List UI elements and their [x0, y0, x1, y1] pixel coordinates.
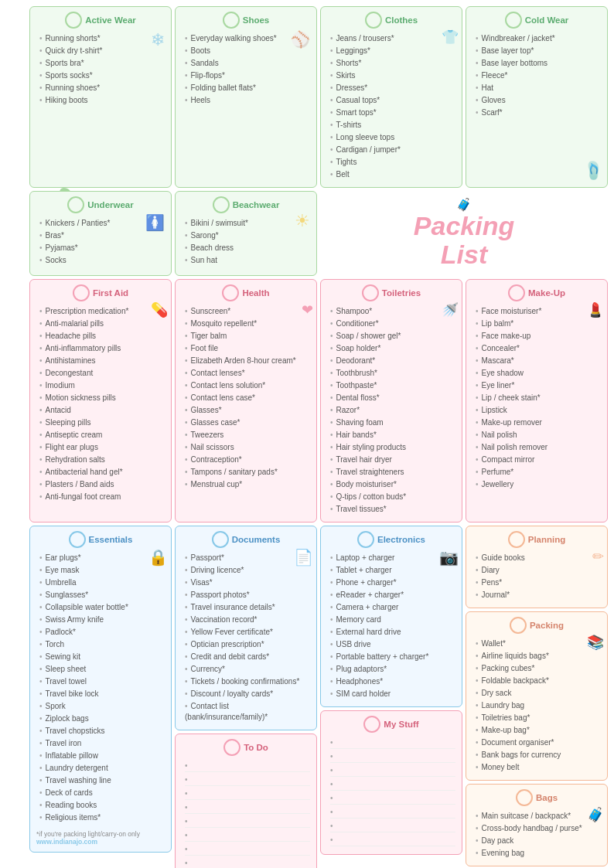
list-item: Currency*: [185, 663, 310, 676]
packing-list-title-block: 🧳 Packing List: [320, 191, 608, 276]
list-item: Religious items*: [39, 812, 165, 824]
list-item: Contraception*: [185, 454, 310, 466]
beachwear-card: Beachwear Bikini / swimsuit* Sarong* Bea…: [175, 191, 317, 276]
col-planning-packing-bags: Planning Guide books Diary Pens* Journal…: [466, 526, 608, 868]
camera-icon: 📷: [439, 548, 459, 567]
list-item: Body moisturiser*: [330, 478, 455, 491]
list-item: Plug adaptors*: [330, 663, 455, 676]
list-item: Lip balm*: [476, 318, 601, 330]
list-item: [330, 806, 455, 819]
list-item: Hair bands*: [330, 429, 455, 441]
list-item: Laptop + charger: [330, 552, 455, 564]
list-item: Airline liquids bags*: [476, 650, 601, 662]
list-item: Contact lenses*: [185, 367, 310, 380]
list-item: Antacid: [39, 404, 165, 417]
electronics-circle: [357, 531, 374, 548]
list-item: Bikini / swimsuit*: [185, 217, 310, 230]
col-documents: Documents Passport* Driving licence* Vis…: [175, 526, 317, 868]
to-do-card: To Do: [175, 734, 317, 868]
health-list: Sunscreen* Mosquito repellent* Tiger bal…: [182, 305, 310, 491]
list-item: Perfume*: [476, 466, 601, 478]
list-item: Document organiser*: [476, 737, 601, 749]
first-aid-title: First Aid: [93, 288, 128, 298]
list-item: Shorts*: [330, 57, 455, 70]
list-item: Sandals: [185, 57, 310, 70]
list-item: Tablet + charger: [330, 564, 455, 577]
list-item: Belt: [330, 168, 455, 181]
beachwear-title: Beachwear: [233, 200, 280, 209]
lipstick-icon: 💄: [587, 301, 604, 318]
list-item: Mascara*: [476, 355, 601, 367]
list-item: Soap / shower gel*: [330, 330, 455, 342]
list-item: Eye mask: [39, 564, 165, 577]
list-item: Sunglasses*: [39, 589, 165, 601]
list-item: Travel bike lock: [39, 688, 165, 700]
health-card: Health Sunscreen* Mosquito repellent* Ti…: [175, 279, 317, 523]
list-item: Soap holder*: [330, 342, 455, 355]
list-item: Antihistamines: [39, 355, 165, 367]
toiletries-circle: [362, 284, 379, 301]
list-item: Optician prescription*: [185, 638, 310, 651]
list-item: Compact mirror: [476, 454, 601, 466]
essentials-list: Ear plugs* Eye mask Umbrella Sunglasses*…: [36, 552, 165, 824]
list-item: Discount / loyalty cards*: [185, 688, 310, 700]
list-item: Visas*: [185, 577, 310, 589]
clothes-circle: [365, 12, 382, 29]
row-travel-kit: Essentials Ear plugs* Eye mask Umbrella …: [29, 526, 608, 868]
to-do-list: [182, 760, 310, 868]
list-item: Flight ear plugs: [39, 441, 165, 454]
makeup-list: Face moisturiser* Lip balm* Face make-up…: [472, 305, 601, 491]
active-wear-list: Running shorts* Quick dry t-shirt* Sport…: [36, 32, 165, 107]
bags-list: Main suitcase / backpack* Cross-body han…: [472, 810, 601, 859]
footer-note-text: *if you're packing light/carry-on only: [36, 830, 165, 838]
bags-card: Bags Main suitcase / backpack* Cross-bod…: [466, 784, 608, 866]
my-stuff-card: My Stuff: [320, 710, 462, 855]
first-aid-card: First Aid Prescription medication* Anti-…: [29, 279, 172, 523]
list-item: Wallet*: [476, 638, 601, 650]
list-item: Travel towel: [39, 676, 165, 688]
list-item: Glasses case*: [185, 417, 310, 429]
list-item: Journal*: [476, 589, 601, 601]
list-item: [330, 778, 455, 791]
list-item: Base layer top*: [476, 45, 601, 57]
list-item: [185, 843, 310, 856]
list-item: Eye liner*: [476, 380, 601, 392]
list-item: Travel straighteners: [330, 466, 455, 478]
to-do-title: To Do: [244, 743, 268, 752]
luggage-icon: 🧳: [587, 806, 604, 823]
pencil-icon: ✏: [592, 548, 604, 565]
list-item: Torch: [39, 638, 165, 651]
list-item: Portable battery + charger*: [330, 651, 455, 663]
list-item: Ziplock bags: [39, 713, 165, 725]
list-item: Casual tops*: [330, 94, 455, 107]
health-title: Health: [242, 288, 269, 298]
list-item: Deck of cards: [39, 787, 165, 799]
cold-wear-title: Cold Wear: [525, 15, 569, 25]
my-stuff-list: [327, 737, 455, 846]
shoes-card: Shoes Everyday walking shoes* Boots Sand…: [175, 6, 317, 188]
list-item: Face make-up: [476, 330, 601, 342]
list-item: Travel chopsticks: [39, 725, 165, 737]
list-item: Passport*: [185, 552, 310, 564]
list-item: Contact list (bank/insurance/family)*: [185, 700, 310, 723]
list-item: Make-up bag*: [476, 724, 601, 737]
list-item: Skirts: [330, 70, 455, 82]
list-item: Camera + charger: [330, 601, 455, 614]
heart-icon: ❤: [302, 301, 313, 318]
list-item: Face moisturiser*: [476, 305, 601, 318]
list-item: Prescription medication*: [39, 305, 165, 318]
list-item: Shampoo*: [330, 305, 455, 318]
shower-icon: 🚿: [442, 301, 459, 318]
toiletries-title: Toiletries: [382, 288, 421, 298]
list-item: Contact lens solution*: [185, 380, 310, 392]
list-item: Nail polish: [476, 429, 601, 441]
list-item: Yellow Fever certificate*: [185, 626, 310, 638]
list-item: [330, 737, 455, 749]
planning-card: Planning Guide books Diary Pens* Journal…: [466, 526, 608, 608]
to-do-circle: [223, 739, 240, 756]
list-item: eReader + charger*: [330, 589, 455, 601]
list-item: Beach dress: [185, 242, 310, 254]
list-item: T-shirts: [330, 119, 455, 131]
list-item: USB drive: [330, 638, 455, 651]
list-item: Conditioner*: [330, 318, 455, 330]
